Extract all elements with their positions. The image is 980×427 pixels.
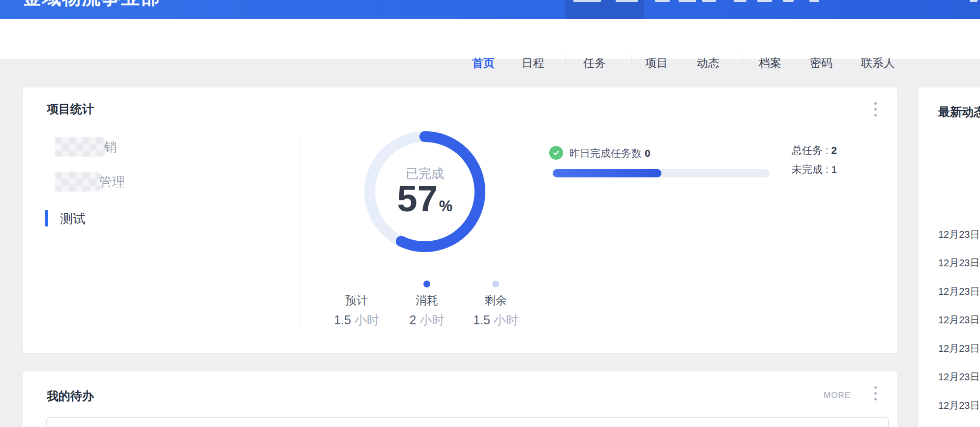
activity-item[interactable]: 12月23日 xyxy=(938,342,980,355)
top-app-bar: 金域物流事业部 xyxy=(0,0,980,19)
total-tasks: 总任务 : 2 xyxy=(792,143,837,157)
yesterday-value: 0 xyxy=(645,147,651,159)
activity-item[interactable]: 12月23日 xyxy=(938,399,980,412)
tab-schedule[interactable]: 日程 xyxy=(522,56,544,71)
tab-tasks[interactable]: 任务 xyxy=(583,56,606,71)
module-nav-bar: 首页 日程 任务 项目 动态 档案 密码 联系人 xyxy=(0,19,980,59)
vertical-divider xyxy=(300,139,300,325)
project-list-item-selected[interactable]: 测试 xyxy=(60,208,86,229)
nav-divider xyxy=(565,55,566,68)
legend-dot-remaining xyxy=(492,281,499,287)
tab-passwords[interactable]: 密码 xyxy=(810,56,832,71)
redacted-text xyxy=(55,137,107,157)
tasks-progress-bar xyxy=(553,169,770,177)
donut-percent-sign: % xyxy=(439,198,453,215)
activity-item[interactable]: 12月23日 xyxy=(938,370,980,384)
tab-archives[interactable]: 档案 xyxy=(759,56,781,71)
project-list-item[interactable]: 管理 xyxy=(55,171,125,192)
yesterday-completed: 昨日完成任务数0 xyxy=(569,146,651,160)
topbar-selected-menu-item[interactable] xyxy=(565,0,644,19)
activity-item[interactable]: 12月23日 xyxy=(938,285,980,298)
donut-percent: 57 % xyxy=(364,181,486,217)
project-stats-title: 项目统计 xyxy=(47,101,94,117)
todo-list-container xyxy=(46,417,889,427)
tasks-progress-fill xyxy=(553,169,661,177)
tab-home[interactable]: 首页 xyxy=(472,56,495,71)
nav-divider xyxy=(631,55,632,68)
legend-remaining: 剩余 1.5 小时 xyxy=(456,293,535,328)
check-circle-icon xyxy=(549,146,563,160)
clipped-menu-text xyxy=(757,0,772,2)
clipped-menu-text xyxy=(809,0,819,2)
project-list-item[interactable]: 销 xyxy=(55,137,117,157)
activity-panel: 最新动态 12月23日 12月23日 12月23日 12月23日 12月23日 … xyxy=(919,87,980,427)
org-title: 金域物流事业部 xyxy=(23,0,160,10)
tab-activity[interactable]: 动态 xyxy=(697,56,719,71)
dashboard-page: 金域物流事业部 首页 日程 任务 项目 动态 档案 密码 联系人 项目统计 销 xyxy=(0,0,980,427)
legend-consumed: 消耗 2 小时 xyxy=(387,293,466,328)
clipped-menu-text xyxy=(734,0,746,2)
clipped-menu-text xyxy=(679,0,696,2)
donut-percent-value: 57 xyxy=(397,181,438,217)
nav-divider xyxy=(742,55,743,68)
legend-estimated: 预计 1.5 小时 xyxy=(317,293,396,328)
unfinished-tasks: 未完成 : 1 xyxy=(792,163,837,176)
activity-item[interactable]: 12月23日 xyxy=(938,256,980,270)
redacted-text xyxy=(55,172,102,192)
tab-contacts[interactable]: 联系人 xyxy=(861,56,895,71)
project-label: 管理 xyxy=(99,173,125,191)
project-label: 销 xyxy=(104,139,117,156)
project-label: 测试 xyxy=(60,210,86,228)
tab-projects[interactable]: 项目 xyxy=(645,56,668,71)
todo-more-link[interactable]: MORE xyxy=(824,391,851,400)
clipped-menu-text xyxy=(702,0,716,2)
clipped-menu-text xyxy=(783,0,794,2)
activity-title: 最新动态 xyxy=(938,104,980,120)
legend-dot-consumed xyxy=(423,281,430,287)
clipped-menu-text xyxy=(655,0,670,2)
kebab-menu-icon[interactable] xyxy=(870,383,880,403)
activity-item[interactable]: 12月23日 xyxy=(938,228,980,241)
activity-list: 12月23日 12月23日 12月23日 12月23日 12月23日 12月23… xyxy=(938,228,980,427)
selected-project-indicator xyxy=(45,210,48,227)
clipped-menu-text xyxy=(970,0,978,2)
kebab-menu-icon[interactable] xyxy=(870,99,880,119)
activity-item[interactable]: 12月23日 xyxy=(938,313,980,327)
todo-title: 我的待办 xyxy=(47,388,94,404)
